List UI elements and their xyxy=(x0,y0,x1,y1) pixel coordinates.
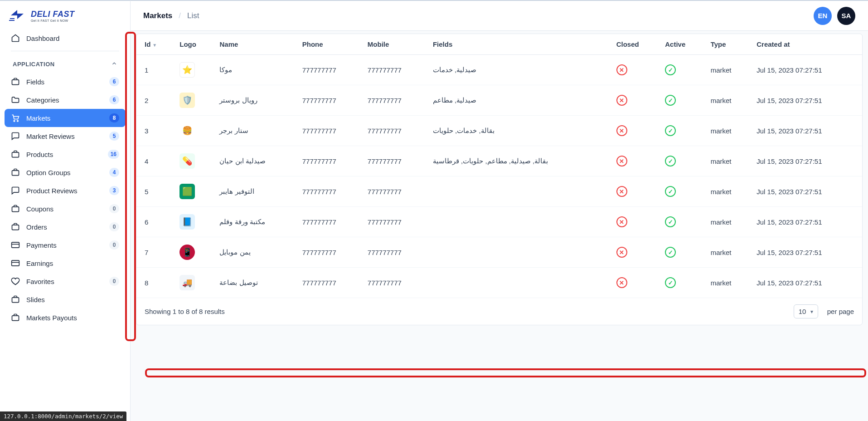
breadcrumb: Markets / List xyxy=(143,11,199,20)
cell-type: market xyxy=(705,268,752,298)
cell-closed: ✕ xyxy=(611,268,660,298)
sidebar-item-favorites[interactable]: Favorites0 xyxy=(5,272,126,290)
table-row[interactable]: 7📱يمن موبايل777777777777777777✕✓marketJu… xyxy=(136,237,862,268)
sidebar-item-label: Slides xyxy=(26,296,119,304)
cell-created: Jul 15, 2023 07:27:51 xyxy=(751,116,862,146)
closed-status-icon: ✕ xyxy=(616,125,627,136)
cell-phone: 777777777 xyxy=(297,55,362,85)
cell-phone: 777777777 xyxy=(297,268,362,298)
sidebar-item-badge: 8 xyxy=(109,113,119,122)
sidebar-item-markets-payouts[interactable]: Markets Payouts xyxy=(5,308,126,327)
brand-tagline: Get it FAST Get it NOW xyxy=(31,19,75,22)
sidebar-item-label: Coupons xyxy=(26,205,103,213)
markets-table: Id▼ Logo Name Phone Mobile Fields Closed… xyxy=(136,34,862,298)
cell-mobile: 777777777 xyxy=(362,237,427,268)
folder-icon xyxy=(11,95,20,104)
table-row[interactable]: 3🍔ستار برجر777777777777777777بقالة, خدما… xyxy=(136,116,862,146)
cell-closed: ✕ xyxy=(611,207,660,237)
col-mobile[interactable]: Mobile xyxy=(362,34,427,55)
cell-name: يمن موبايل xyxy=(214,237,296,268)
closed-status-icon: ✕ xyxy=(616,216,627,227)
browser-status-bar: 127.0.0.1:8000/admin/markets/2/view xyxy=(0,411,126,421)
active-status-icon: ✓ xyxy=(665,95,676,106)
col-phone[interactable]: Phone xyxy=(297,34,362,55)
sidebar-item-products[interactable]: Products16 xyxy=(5,145,126,163)
sidebar-item-label: Favorites xyxy=(26,278,103,285)
col-closed[interactable]: Closed xyxy=(611,34,660,55)
home-icon xyxy=(11,34,20,43)
cell-logo: 🍔 xyxy=(174,116,214,146)
cell-id: 7 xyxy=(136,237,174,268)
col-fields[interactable]: Fields xyxy=(427,34,611,55)
per-page-value: 10 xyxy=(799,308,806,315)
per-page-select[interactable]: 10 ▾ xyxy=(794,304,818,318)
cell-name: صيدلية ابن حيان xyxy=(214,146,296,176)
chevron-up-icon xyxy=(111,60,117,68)
cell-type: market xyxy=(705,207,752,237)
sidebar-item-label: Fields xyxy=(26,78,103,86)
col-logo[interactable]: Logo xyxy=(174,34,214,55)
sidebar-item-coupons[interactable]: Coupons0 xyxy=(5,200,126,218)
nav-section-application[interactable]: APPLICATION xyxy=(5,58,126,73)
sidebar-item-payments[interactable]: Payments0 xyxy=(5,236,126,254)
closed-status-icon: ✕ xyxy=(616,277,627,288)
chevron-down-icon: ▾ xyxy=(810,308,813,315)
brand-name: DELI FAST xyxy=(31,10,75,19)
cell-id: 3 xyxy=(136,116,174,146)
sidebar-item-product-reviews[interactable]: Product Reviews3 xyxy=(5,181,126,200)
chat-icon xyxy=(11,186,20,195)
col-active[interactable]: Active xyxy=(659,34,705,55)
sidebar-item-earnings[interactable]: Earnings xyxy=(5,254,126,272)
closed-status-icon: ✕ xyxy=(616,186,627,197)
table-row[interactable]: 5🟩التوفير هايبر777777777777777777✕✓marke… xyxy=(136,176,862,207)
cell-logo: 🟩 xyxy=(174,176,214,207)
brand-logo[interactable]: DELI FAST Get it FAST Get it NOW xyxy=(0,5,130,26)
nav-dashboard[interactable]: Dashboard xyxy=(5,29,126,47)
sidebar-item-badge: 0 xyxy=(109,222,119,231)
language-toggle[interactable]: EN xyxy=(814,7,832,25)
sidebar-item-slides[interactable]: Slides xyxy=(5,290,126,308)
svg-rect-12 xyxy=(12,316,19,321)
sidebar-item-label: Product Reviews xyxy=(26,187,103,195)
briefcase-icon xyxy=(11,204,20,213)
col-name[interactable]: Name xyxy=(214,34,296,55)
sidebar-item-market-reviews[interactable]: Market Reviews5 xyxy=(5,127,126,145)
briefcase-icon xyxy=(11,222,20,231)
heart-icon xyxy=(11,277,20,286)
cell-fields xyxy=(427,176,611,207)
cell-mobile: 777777777 xyxy=(362,85,427,116)
brand-mark-icon xyxy=(9,9,26,23)
cell-phone: 777777777 xyxy=(297,85,362,116)
cell-created: Jul 15, 2023 07:27:51 xyxy=(751,268,862,298)
table-row[interactable]: 8🚚توصيل بضاعة777777777777777777✕✓marketJ… xyxy=(136,268,862,298)
sidebar-item-categories[interactable]: Categories6 xyxy=(5,91,126,109)
language-label: EN xyxy=(818,12,828,20)
col-id[interactable]: Id▼ xyxy=(136,34,174,55)
sidebar-item-orders[interactable]: Orders0 xyxy=(5,218,126,236)
nav-dashboard-label: Dashboard xyxy=(26,34,119,42)
cell-active: ✓ xyxy=(659,55,705,85)
table-row[interactable]: 2🛡️رويال بروستر777777777777777777صيدلية,… xyxy=(136,85,862,116)
briefcase-icon xyxy=(11,77,20,86)
sidebar-item-option-groups[interactable]: Option Groups4 xyxy=(5,163,126,181)
card-icon xyxy=(11,240,20,250)
col-type[interactable]: Type xyxy=(705,34,752,55)
table-row[interactable]: 4💊صيدلية ابن حيان777777777777777777بقالة… xyxy=(136,146,862,176)
sidebar: DELI FAST Get it FAST Get it NOW Dashboa… xyxy=(0,0,131,421)
sidebar-item-fields[interactable]: Fields6 xyxy=(5,73,126,91)
cell-name: ستار برجر xyxy=(214,116,296,146)
cell-name: التوفير هايبر xyxy=(214,176,296,207)
table-row[interactable]: 1⭐موكا777777777777777777صيدلية, خدمات✕✓m… xyxy=(136,55,862,85)
table-row[interactable]: 6📘مكتبة ورقة وقلم777777777777777777✕✓mar… xyxy=(136,207,862,237)
svg-rect-7 xyxy=(12,207,19,212)
breadcrumb-sub[interactable]: List xyxy=(187,11,199,20)
sidebar-item-badge: 3 xyxy=(109,186,119,195)
cell-logo: 📘 xyxy=(174,207,214,237)
sidebar-item-markets[interactable]: Markets8 xyxy=(5,109,126,127)
col-created[interactable]: Created at xyxy=(751,34,862,55)
sidebar-item-badge: 0 xyxy=(109,204,119,213)
breadcrumb-main[interactable]: Markets xyxy=(143,11,172,20)
market-logo-icon: 🛡️ xyxy=(179,93,195,108)
topbar: Markets / List EN SA xyxy=(131,1,868,31)
user-avatar[interactable]: SA xyxy=(837,7,855,25)
